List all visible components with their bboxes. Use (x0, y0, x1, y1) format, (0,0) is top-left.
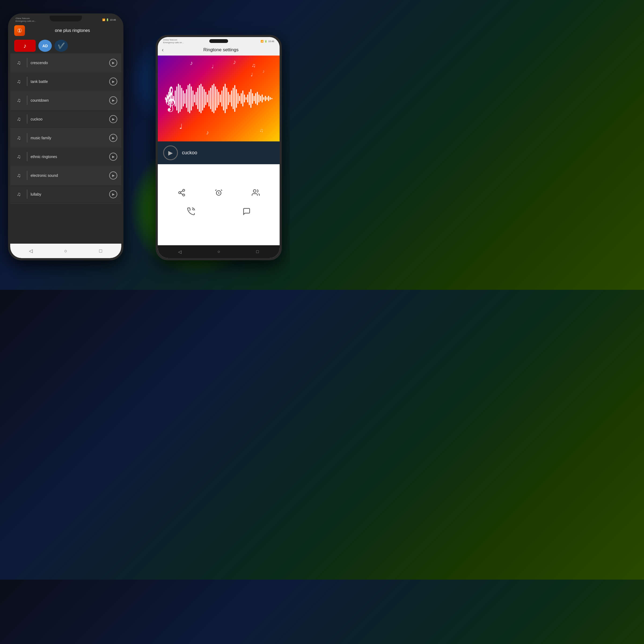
svg-rect-33 (218, 92, 219, 105)
svg-rect-0 (165, 97, 166, 100)
svg-rect-21 (199, 85, 200, 112)
list-item[interactable]: ♫ tank battle ▶ (10, 72, 121, 91)
svg-rect-53 (250, 89, 251, 108)
svg-line-73 (215, 190, 217, 191)
list-item[interactable]: ♫ music family ▶ (10, 129, 121, 147)
divider (27, 58, 27, 67)
music-note-4: ♫ (252, 62, 256, 68)
play-button[interactable]: ▶ (109, 190, 117, 198)
music-tab-btn[interactable]: ♪ (14, 40, 36, 52)
checkmark-icon: ✔️ (58, 42, 65, 49)
svg-rect-64 (268, 96, 269, 101)
play-button[interactable]: ▶ (109, 171, 117, 180)
music-note-9: ♩ (251, 72, 253, 78)
list-item[interactable]: ♫ ethnic ringtones ▶ (10, 147, 121, 166)
svg-rect-48 (242, 90, 243, 107)
svg-rect-22 (200, 84, 202, 113)
contact-button[interactable] (249, 186, 262, 199)
svg-rect-6 (175, 90, 176, 107)
ringtone-name: lullaby (31, 192, 106, 196)
svg-rect-61 (263, 97, 264, 100)
back-nav-btn-right[interactable]: ◁ (176, 248, 184, 255)
list-item[interactable]: ♫ cuckoo ▶ (10, 110, 121, 129)
svg-rect-10 (181, 88, 182, 109)
ringtone-name: electronic sound (31, 173, 106, 178)
svg-rect-55 (254, 96, 255, 101)
share-button[interactable] (175, 186, 188, 199)
list-item[interactable]: ♫ countdown ▶ (10, 91, 121, 110)
back-nav-btn[interactable]: ◁ (27, 247, 35, 255)
notch-left (50, 16, 82, 21)
svg-rect-23 (202, 86, 203, 111)
app-header-left: ① one plus ringtones (10, 23, 121, 38)
check-btn[interactable]: ✔️ (54, 40, 68, 52)
alarm-button[interactable] (212, 186, 225, 199)
bottom-nav-left: ◁ ○ □ (10, 244, 121, 258)
recent-nav-btn-right[interactable]: □ (254, 248, 261, 255)
svg-rect-40 (229, 94, 230, 103)
svg-rect-4 (171, 93, 173, 104)
music-note-2: ♩ (211, 64, 214, 69)
message-button[interactable] (240, 205, 253, 218)
home-nav-btn[interactable]: ○ (62, 247, 70, 255)
player-section: ▶ cuckoo (158, 141, 280, 164)
play-button[interactable]: ▶ (109, 134, 117, 142)
battery-icon-left: 🔋 (106, 19, 109, 21)
ringtone-name: music family (31, 136, 106, 140)
ringtone-name: countdown (31, 98, 106, 103)
play-button[interactable]: ▶ (109, 78, 117, 86)
recent-nav-icon: □ (99, 248, 102, 254)
app-title-left: one plus ringtones (28, 28, 117, 33)
screen-right: China Telecom Emergency calls on... 📶 🔋 … (158, 37, 280, 258)
svg-rect-43 (234, 85, 235, 112)
play-button[interactable]: ▶ (109, 96, 117, 104)
home-nav-icon: ○ (64, 248, 67, 254)
svg-rect-46 (239, 96, 240, 101)
carrier-right: China Telecom Emergency calls on... (163, 39, 184, 44)
svg-rect-8 (178, 84, 179, 113)
time-left: 10:46 (110, 19, 116, 21)
battery-icon-right: 🔋 (264, 40, 267, 43)
svg-rect-50 (246, 97, 247, 100)
music-note-icon: ♪ (24, 42, 27, 49)
back-arrow-icon: ‹ (162, 47, 164, 53)
music-visualizer: 𝄞 ♪ ♩ ♪ ♫ ♪ ♩ ♪ ♫ ♩ (158, 56, 280, 141)
svg-rect-63 (266, 97, 268, 100)
svg-rect-3 (170, 89, 171, 108)
play-button[interactable]: ▶ (109, 59, 117, 67)
home-nav-btn-right[interactable]: ○ (215, 248, 222, 255)
svg-rect-15 (189, 84, 190, 113)
music-note-icon: ♫ (14, 171, 24, 180)
list-item[interactable]: ♫ electronic sound ▶ (10, 166, 121, 185)
divider (27, 114, 27, 124)
ad-btn[interactable]: AD (38, 40, 52, 52)
play-button[interactable]: ▶ (109, 115, 117, 123)
svg-point-67 (183, 189, 185, 192)
list-item[interactable]: ♫ crescendo ▶ (10, 53, 121, 72)
svg-rect-28 (210, 88, 211, 109)
music-note-1: ♪ (190, 60, 193, 67)
music-note-6: ♩ (179, 122, 182, 131)
svg-rect-66 (271, 98, 272, 99)
svg-line-71 (181, 191, 183, 192)
svg-rect-26 (207, 94, 208, 103)
svg-rect-41 (231, 90, 232, 107)
svg-rect-24 (204, 89, 205, 108)
call-button[interactable] (184, 205, 198, 218)
divider (27, 189, 27, 199)
svg-rect-19 (196, 92, 197, 105)
recent-nav-btn[interactable]: □ (97, 247, 105, 255)
svg-rect-36 (223, 86, 224, 111)
svg-rect-52 (249, 92, 250, 105)
back-button[interactable]: ‹ (162, 47, 164, 53)
play-pause-button[interactable]: ▶ (163, 145, 178, 160)
svg-rect-58 (258, 94, 259, 103)
recent-nav-icon-right: □ (256, 249, 259, 254)
svg-rect-11 (183, 90, 184, 107)
music-note-icon: ♫ (14, 96, 24, 105)
list-item[interactable]: ♫ lullaby ▶ (10, 185, 121, 204)
play-button[interactable]: ▶ (109, 153, 117, 161)
svg-rect-1 (167, 94, 168, 103)
divider (27, 133, 27, 142)
play-icon: ▶ (168, 149, 173, 156)
